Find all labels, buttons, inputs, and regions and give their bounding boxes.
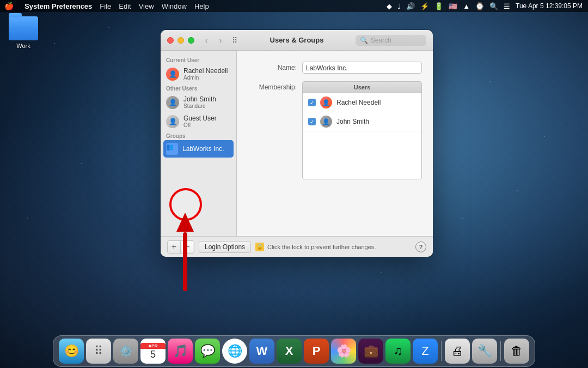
desktop-folder-work[interactable]: Work: [4, 16, 42, 49]
dock-item-chrome[interactable]: 🌐: [222, 339, 247, 364]
search-placeholder: Search: [371, 37, 391, 44]
rachel-checkbox[interactable]: ✓: [308, 99, 316, 106]
dock-item-word[interactable]: W: [249, 339, 274, 364]
dock-separator: [441, 341, 442, 361]
remove-button[interactable]: −: [181, 241, 194, 253]
john-name: John Smith: [183, 95, 216, 103]
sidebar-item-guest[interactable]: 👤 Guest User Off: [161, 112, 236, 131]
app-title[interactable]: System Preferences: [24, 2, 92, 10]
add-icon: +: [171, 243, 176, 251]
volume-icon[interactable]: 🔊: [406, 2, 415, 10]
desktop: 🍎 System Preferences File Edit View Wind…: [0, 0, 588, 368]
labworks-name: LabWorks Inc.: [182, 145, 224, 153]
menu-view[interactable]: View: [139, 2, 154, 10]
dock-item-misc[interactable]: 🔧: [472, 339, 497, 364]
dock-item-zoom[interactable]: Z: [413, 339, 438, 364]
maximize-button[interactable]: [188, 37, 194, 44]
lock-icon[interactable]: 🔒: [255, 243, 264, 251]
dock-item-slack[interactable]: 💼: [358, 339, 383, 364]
members-box: Users ✓ 👤 Rachel Needell ✓ 👤: [302, 81, 422, 179]
john-member-name: John Smith: [336, 118, 369, 125]
dropbox-icon[interactable]: ◆: [387, 2, 392, 10]
spotlight-icon[interactable]: 🔍: [489, 2, 498, 10]
users-groups-window: ‹ › ⠿ Users & Groups 🔍 Search Current Us…: [161, 30, 433, 257]
flag-icon[interactable]: 🇺🇸: [449, 2, 457, 10]
dock-item-photos[interactable]: 🌸: [331, 339, 356, 364]
guest-role: Off: [183, 122, 217, 128]
main-panel: Name: LabWorks Inc. Membership: Users ✓ …: [237, 51, 433, 236]
rachel-name: Rachel Needell: [183, 67, 228, 75]
window-controls: [167, 37, 194, 44]
clock-widget-icon[interactable]: ⌚: [475, 2, 484, 10]
menubar: 🍎 System Preferences File Edit View Wind…: [0, 0, 588, 12]
membership-section: Membership: Users ✓ 👤 Rachel Needell ✓: [248, 81, 422, 179]
dock-item-trash[interactable]: 🗑: [504, 339, 529, 364]
john-checkbox[interactable]: ✓: [308, 118, 316, 125]
members-header: Users: [303, 82, 421, 93]
close-button[interactable]: [167, 37, 174, 44]
dock: 😊 ⠿ ⚙️ APR 5 🎵 💬 🌐 W X: [53, 335, 535, 367]
member-row-john: ✓ 👤 John Smith: [303, 112, 421, 131]
search-icon: 🔍: [360, 37, 368, 44]
datetime: Tue Apr 5 12:39:05 PM: [516, 2, 583, 10]
john-member-avatar: 👤: [320, 116, 332, 128]
window-nav: ‹ › ⠿: [201, 35, 240, 46]
add-button[interactable]: +: [168, 241, 181, 253]
rachel-member-name: Rachel Needell: [336, 99, 381, 106]
dock-item-system-preferences[interactable]: ⚙️: [113, 339, 138, 364]
john-role: Standard: [183, 103, 216, 109]
guest-avatar: 👤: [166, 115, 179, 128]
group-avatar: 👥: [166, 143, 178, 155]
dock-item-finder[interactable]: 😊: [59, 339, 84, 364]
dock-item-launchpad[interactable]: ⠿: [86, 339, 111, 364]
menu-help[interactable]: Help: [194, 2, 209, 10]
help-button[interactable]: ?: [415, 242, 426, 252]
sidebar-item-rachel[interactable]: 👤 Rachel Needell Admin: [161, 64, 236, 83]
window-titlebar: ‹ › ⠿ Users & Groups 🔍 Search: [161, 30, 433, 51]
other-users-section-label: Other Users: [161, 83, 236, 93]
search-box[interactable]: 🔍 Search: [356, 35, 426, 46]
window-title: Users & Groups: [270, 36, 324, 44]
battery-icon[interactable]: 🔋: [434, 2, 443, 10]
wifi-icon[interactable]: ▲: [463, 2, 470, 10]
rachel-avatar: 👤: [166, 68, 179, 81]
dock-item-messages[interactable]: 💬: [195, 339, 220, 364]
rachel-role: Admin: [183, 75, 228, 81]
dock-item-excel[interactable]: X: [277, 339, 302, 364]
name-label: Name:: [248, 64, 297, 71]
menu-window[interactable]: Window: [162, 2, 187, 10]
dock-item-powerpoint[interactable]: P: [304, 339, 329, 364]
add-remove-buttons: + −: [167, 240, 194, 254]
window-content: Current User 👤 Rachel Needell Admin Othe…: [161, 51, 433, 236]
current-user-section-label: Current User: [161, 55, 236, 64]
name-row: Name: LabWorks Inc.: [248, 62, 422, 74]
member-row-rachel: ✓ 👤 Rachel Needell: [303, 93, 421, 112]
rachel-member-avatar: 👤: [320, 96, 332, 108]
dock-item-calendar[interactable]: APR 5: [140, 339, 166, 364]
sidebar-item-labworks[interactable]: 👥 LabWorks Inc.: [163, 140, 234, 158]
dock-item-preview[interactable]: 🖨: [445, 339, 470, 364]
grid-view-icon[interactable]: ⠿: [229, 35, 240, 46]
dock-item-spotify[interactable]: ♫: [385, 339, 411, 364]
dock-separator-2: [500, 341, 501, 361]
name-input[interactable]: LabWorks Inc.: [302, 62, 422, 74]
bluetooth-icon[interactable]: ⚡: [420, 2, 429, 10]
notification-icon[interactable]: ☰: [504, 2, 510, 10]
menu-file[interactable]: File: [100, 2, 111, 10]
groups-section-label: Groups: [161, 131, 236, 140]
back-arrow-icon[interactable]: ‹: [201, 35, 212, 46]
apple-menu[interactable]: 🍎: [4, 2, 14, 10]
remove-icon: −: [185, 243, 189, 251]
window-bottom-bar: + − Login Options 🔒 Click the lock to pr…: [161, 236, 433, 257]
forward-arrow-icon[interactable]: ›: [215, 35, 226, 46]
menu-edit[interactable]: Edit: [119, 2, 131, 10]
john-avatar: 👤: [166, 96, 179, 109]
lock-text: Click the lock to prevent further change…: [267, 244, 376, 250]
minimize-button[interactable]: [177, 37, 184, 44]
folder-label: Work: [16, 43, 30, 49]
sidebar-item-john[interactable]: 👤 John Smith Standard: [161, 93, 236, 112]
music-icon[interactable]: ♩: [397, 2, 401, 10]
login-options-button[interactable]: Login Options: [199, 241, 251, 253]
dock-item-itunes[interactable]: 🎵: [168, 339, 193, 364]
folder-icon: [9, 16, 38, 40]
